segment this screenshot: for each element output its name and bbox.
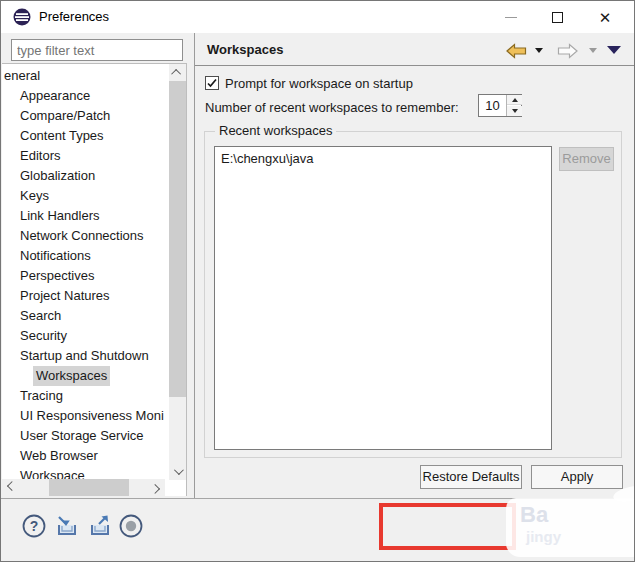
- recent-count-spinner[interactable]: 10: [478, 94, 522, 117]
- page-title: Workspaces: [207, 42, 283, 57]
- checkmark-icon: [206, 77, 218, 89]
- group-title: Recent workspaces: [215, 123, 336, 138]
- tree-item-web-browser[interactable]: Web Browser: [2, 446, 169, 466]
- titlebar: Preferences ✕: [1, 1, 634, 33]
- recent-count-value[interactable]: 10: [479, 95, 506, 116]
- import-preferences-icon[interactable]: [54, 513, 80, 539]
- tree-item-keys[interactable]: Keys: [2, 186, 169, 206]
- window-title: Preferences: [39, 9, 109, 24]
- tree-item-perspectives[interactable]: Perspectives: [2, 266, 169, 286]
- restore-defaults-button[interactable]: Restore Defaults: [420, 465, 522, 489]
- sidebar-separator: [194, 33, 195, 498]
- tree-item-ui-responsiveness[interactable]: UI Responsiveness Moni: [2, 406, 169, 426]
- vertical-scroll-thumb[interactable]: [169, 81, 186, 397]
- tree-item-user-storage-service[interactable]: User Storage Service: [2, 426, 169, 446]
- prompt-checkbox-label: Prompt for workspace on startup: [225, 76, 413, 91]
- tree-item-content-types[interactable]: Content Types: [2, 126, 169, 146]
- preferences-dialog: Preferences ✕ eneral Appearance Compare/…: [0, 0, 635, 562]
- eclipse-logo-icon: [13, 8, 31, 26]
- record-preferences-icon[interactable]: [118, 513, 144, 539]
- scroll-down-button[interactable]: [169, 463, 186, 480]
- apply-button[interactable]: Apply: [531, 465, 623, 489]
- tree-item-general[interactable]: eneral: [2, 66, 169, 86]
- tree-item-security[interactable]: Security: [2, 326, 169, 346]
- filter-input[interactable]: [11, 39, 183, 61]
- spinner-up-button[interactable]: [507, 95, 522, 105]
- tree-item-network-connections[interactable]: Network Connections: [2, 226, 169, 246]
- tree-horizontal-scrollbar[interactable]: [2, 479, 165, 496]
- tree-item-link-handlers[interactable]: Link Handlers: [2, 206, 169, 226]
- back-arrow-icon[interactable]: [505, 43, 527, 59]
- scroll-right-button[interactable]: [148, 479, 165, 496]
- view-menu-icon[interactable]: [607, 46, 621, 54]
- forward-arrow-icon[interactable]: [557, 43, 579, 59]
- workspace-list[interactable]: E:\chengxu\java: [214, 146, 552, 450]
- tree-vertical-scrollbar[interactable]: [169, 64, 186, 480]
- forward-history-dropdown-icon[interactable]: [589, 48, 597, 53]
- help-icon[interactable]: ?: [21, 513, 47, 539]
- tree-item-startup-and-shutdown[interactable]: Startup and Shutdown: [2, 346, 169, 366]
- tree-item-notifications[interactable]: Notifications: [2, 246, 169, 266]
- tree-item-appearance[interactable]: Appearance: [2, 86, 169, 106]
- recent-workspaces-group: Recent workspaces E:\chengxu\java Remove: [204, 131, 622, 458]
- scroll-left-button[interactable]: [2, 479, 19, 496]
- horizontal-scroll-thumb[interactable]: [49, 479, 129, 496]
- prompt-for-workspace-checkbox[interactable]: [205, 76, 219, 90]
- maximize-button[interactable]: [535, 1, 579, 33]
- workspace-list-item[interactable]: E:\chengxu\java: [215, 147, 551, 166]
- close-button[interactable]: ✕: [583, 1, 627, 33]
- scroll-up-button[interactable]: [169, 64, 186, 81]
- tree-item-globalization[interactable]: Globalization: [2, 166, 169, 186]
- svg-text:?: ?: [30, 518, 39, 534]
- footer-bar: ? Apply and Close: [1, 498, 634, 562]
- tree-item-workspaces-selected[interactable]: Workspaces: [2, 366, 169, 386]
- header-separator: [195, 65, 635, 66]
- export-preferences-icon[interactable]: [87, 513, 113, 539]
- tree-item-project-natures[interactable]: Project Natures: [2, 286, 169, 306]
- tree-item-search[interactable]: Search: [2, 306, 169, 326]
- remove-button[interactable]: Remove: [559, 147, 614, 171]
- preferences-tree: eneral Appearance Compare/Patch Content …: [2, 63, 187, 496]
- spinner-down-button[interactable]: [507, 106, 522, 116]
- minimize-button[interactable]: [489, 1, 533, 33]
- tree-item-compare-patch[interactable]: Compare/Patch: [2, 106, 169, 126]
- back-history-dropdown-icon[interactable]: [535, 48, 543, 53]
- tree-item-editors[interactable]: Editors: [2, 146, 169, 166]
- tree-item-tracing[interactable]: Tracing: [2, 386, 169, 406]
- recent-count-label: Number of recent workspaces to remember:: [205, 100, 459, 115]
